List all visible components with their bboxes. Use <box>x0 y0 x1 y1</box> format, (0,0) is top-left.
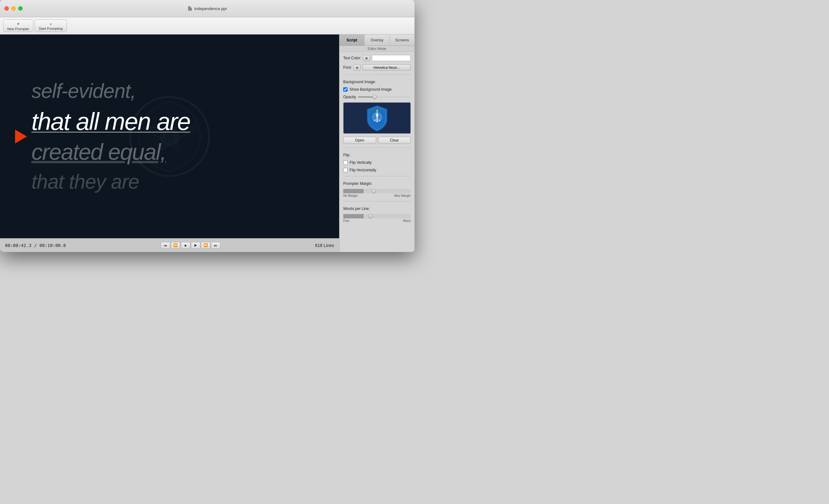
prompter-margin-slider[interactable] <box>343 189 411 193</box>
arrow-icon: › <box>50 21 51 26</box>
prompter-content: self-evident, that all men are created e… <box>0 35 339 238</box>
flip-h-row: Flip Horizontally <box>343 168 411 172</box>
max-margin-label: Max Margin <box>394 194 411 197</box>
open-clear-row: Open Clear <box>343 137 411 144</box>
panel-subtitle: Editor Mode <box>339 46 414 52</box>
file-icon <box>187 6 192 11</box>
text-color-swatch[interactable] <box>372 55 411 61</box>
prompter-view: self-evident, that all men are created e… <box>0 35 339 252</box>
show-bg-label[interactable]: Show Background Image <box>350 87 392 92</box>
text-color-btn[interactable]: ⊕ <box>363 55 370 61</box>
text-color-label: Text Color: <box>343 56 361 60</box>
tab-screens[interactable]: Screens <box>390 35 414 45</box>
words-per-line-label: Words per Line: <box>343 206 411 211</box>
lines-count-display: 618 Lines <box>315 243 334 248</box>
open-bg-button[interactable]: Open <box>343 137 376 144</box>
start-prompting-label: Start Prompting <box>39 27 63 31</box>
font-name-button[interactable]: Helvetica Neue... <box>362 64 411 71</box>
timecode-display: 00:00:42.3 / 00:10:00.0 <box>5 243 66 248</box>
divider-3 <box>343 176 411 177</box>
words-per-line-slider-section: Few Many <box>343 214 411 223</box>
close-button[interactable] <box>4 6 9 11</box>
right-panel: Script Overlay Screens Editor Mode Text … <box>339 35 414 252</box>
bg-image-preview <box>343 102 411 134</box>
transport-skip-end[interactable]: ⏭ <box>211 242 220 249</box>
window-title-group: independence.ppr <box>187 6 227 11</box>
words-per-line-labels: Few Many <box>343 219 411 223</box>
font-row: Font: ⊕ Helvetica Neue... <box>343 64 411 71</box>
divider-4 <box>343 201 411 201</box>
shield-emblem <box>365 104 390 132</box>
prompter-margin-label: Prompter Margin: <box>343 181 411 186</box>
toolbar: ＋ New Prompter › Start Prompting <box>0 17 414 35</box>
show-bg-row: Show Background Image <box>343 87 411 92</box>
new-prompter-label: New Prompter <box>7 27 29 31</box>
tab-overlay[interactable]: Overlay <box>365 35 390 45</box>
transport-skip-start[interactable]: ⏮ <box>161 242 170 249</box>
flip-v-label[interactable]: Flip Vertically <box>350 160 372 165</box>
prompter-margin-slider-section: No Margin Max Margin <box>343 189 411 197</box>
main-area: self-evident, that all men are created e… <box>0 35 414 252</box>
traffic-lights <box>4 6 23 11</box>
divider-2 <box>343 148 411 148</box>
minimize-button[interactable] <box>11 6 16 11</box>
playhead-marker <box>15 129 27 144</box>
flip-v-row: Flip Vertically <box>343 160 411 165</box>
font-label: Font: <box>343 65 352 70</box>
flip-h-checkbox[interactable] <box>343 168 348 172</box>
opacity-slider[interactable] <box>358 96 411 98</box>
divider-1 <box>343 74 411 75</box>
opacity-row: Opacity <box>343 95 411 99</box>
panel-content: Text Color: ⊕ Font: ⊕ Helvetica Neue... … <box>339 52 414 252</box>
maximize-button[interactable] <box>18 6 23 11</box>
few-label: Few <box>343 219 349 223</box>
many-label: Many <box>403 219 411 223</box>
opacity-slider-section: Opacity <box>343 95 411 99</box>
window-title: independence.ppr <box>194 6 227 11</box>
panel-tabs: Script Overlay Screens <box>339 35 414 46</box>
transport-play[interactable]: ▶ <box>191 242 200 249</box>
start-prompting-button[interactable]: › Start Prompting <box>35 20 67 32</box>
font-btn-control[interactable]: ⊕ <box>354 64 360 71</box>
opacity-label: Opacity <box>343 95 356 99</box>
text-color-row: Text Color: ⊕ <box>343 55 411 61</box>
text-line-active: that all men are <box>31 108 320 135</box>
tab-script[interactable]: Script <box>339 35 365 45</box>
clear-bg-button[interactable]: Clear <box>378 137 411 144</box>
new-prompter-button[interactable]: ＋ New Prompter <box>3 20 33 32</box>
transport-stop[interactable]: ■ <box>181 242 190 249</box>
bg-image-section-label: Background Image: <box>343 80 411 84</box>
transport-rewind[interactable]: ⏪ <box>171 242 180 249</box>
words-per-line-slider[interactable] <box>343 214 411 219</box>
no-margin-label: No Margin <box>343 194 358 197</box>
prompter-margin-labels: No Margin Max Margin <box>343 194 411 197</box>
flip-v-checkbox[interactable] <box>343 160 348 165</box>
flip-section-label: Flip: <box>343 153 411 157</box>
plus-icon: ＋ <box>16 21 21 27</box>
show-bg-checkbox[interactable] <box>343 87 348 92</box>
titlebar: independence.ppr <box>0 0 414 17</box>
flip-h-label[interactable]: Flip Horizontally <box>350 168 376 172</box>
transport-bar: 00:00:42.3 / 00:10:00.0 ⏮ ⏪ ■ ▶ ⏩ ⏭ 618 … <box>0 238 339 252</box>
background-watermark <box>125 92 214 181</box>
transport-fast-forward[interactable]: ⏩ <box>201 242 210 249</box>
transport-controls: ⏮ ⏪ ■ ▶ ⏩ ⏭ <box>161 242 220 249</box>
